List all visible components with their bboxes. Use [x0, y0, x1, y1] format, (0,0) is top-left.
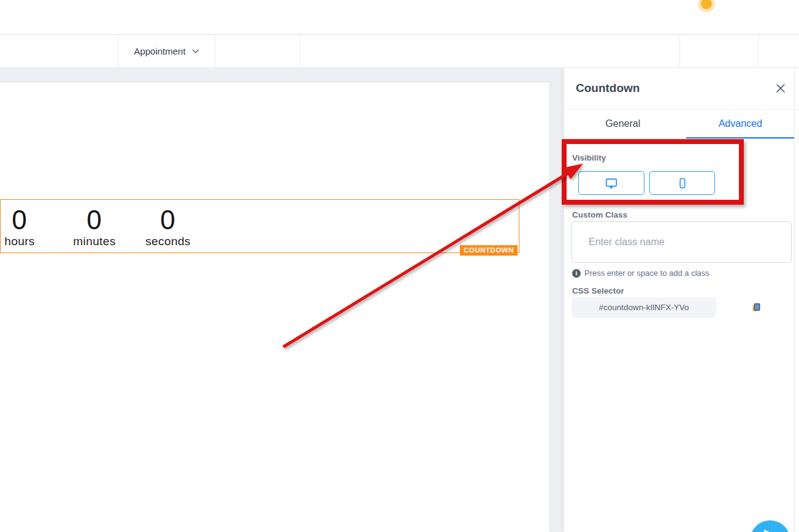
countdown-hours-label: hours: [1, 235, 39, 248]
copy-icon[interactable]: [748, 300, 764, 316]
close-icon[interactable]: [773, 81, 788, 96]
countdown-unit-minutes: 0 minutes: [69, 206, 120, 248]
visibility-mobile-button[interactable]: [649, 171, 715, 195]
editor-toolbar: Appointment: [0, 35, 799, 68]
canvas-page[interactable]: 0 hours 0 minutes 0 seconds COUNTDOWN: [0, 83, 549, 532]
visibility-desktop-button[interactable]: [578, 171, 644, 195]
countdown-seconds-label: seconds: [142, 235, 194, 248]
toolbar-divider: [758, 35, 759, 67]
top-header-bar: [0, 0, 799, 34]
panel-scrollbar[interactable]: [794, 68, 795, 532]
settings-panel: Countdown General Advanced Visibility: [564, 68, 799, 532]
countdown-unit-hours: 0 hours: [1, 206, 39, 248]
custom-class-input[interactable]: [572, 221, 792, 263]
visibility-label: Visibility: [572, 153, 606, 162]
countdown-unit-seconds: 0 seconds: [142, 206, 194, 248]
desktop-icon: [605, 177, 618, 190]
toolbar-divider: [299, 35, 300, 67]
mobile-icon: [676, 177, 689, 189]
panel-title: Countdown: [576, 82, 640, 95]
countdown-minutes-value: 0: [69, 206, 120, 234]
countdown-selection-badge: COUNTDOWN: [460, 245, 518, 256]
css-selector-label: CSS Selector: [572, 286, 624, 295]
info-icon: i: [572, 269, 581, 278]
chevron-down-icon: [192, 49, 199, 54]
chat-send-icon: [762, 528, 778, 532]
toolbar-divider: [679, 35, 680, 67]
settings-panel-header: Countdown: [564, 68, 799, 110]
countdown-hours-value: 0: [1, 206, 39, 234]
tab-general[interactable]: General: [564, 110, 682, 138]
tab-advanced[interactable]: Advanced: [682, 110, 799, 138]
panel-tabs: General Advanced: [564, 110, 799, 139]
countdown-seconds-value: 0: [142, 206, 194, 234]
countdown-element[interactable]: 0 hours 0 minutes 0 seconds COUNTDOWN: [0, 199, 519, 253]
page-builder-app: 0 hours 0 minutes 0 seconds COUNTDOWN Co…: [0, 0, 799, 532]
custom-class-label: Custom Class: [572, 210, 627, 219]
toolbar-divider: [215, 35, 215, 67]
custom-class-hint: i Press enter or space to add a class: [572, 268, 709, 278]
custom-class-hint-text: Press enter or space to add a class: [584, 268, 709, 278]
page-selector-dropdown[interactable]: Appointment: [118, 35, 215, 67]
page-selector-value: Appointment: [134, 46, 185, 56]
countdown-minutes-label: minutes: [69, 235, 120, 248]
css-selector-value[interactable]: #countdown-kIlNFX-YVo: [572, 297, 716, 317]
